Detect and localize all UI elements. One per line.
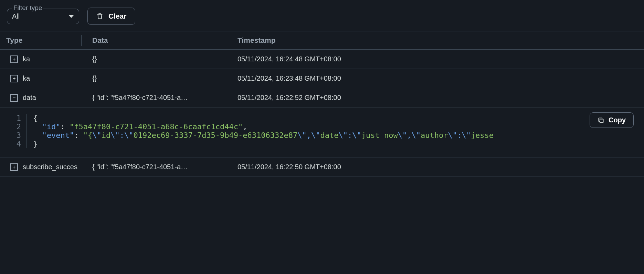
filter-type-select[interactable]: Filter type All: [7, 9, 79, 24]
code-token: "id": [42, 122, 61, 131]
line-number: 3: [0, 131, 27, 140]
code-token: {: [33, 114, 38, 122]
table-row: − data { "id": "f5a47f80-c721-4051-a… 05…: [0, 88, 644, 108]
row-timestamp: 05/11/2024, 16:24:48 GMT+08:00: [226, 55, 644, 63]
code-token: "f5a47f80-c721-4051-a68c-6caafc1cd44c": [70, 122, 243, 131]
code-token: just now: [361, 131, 398, 140]
svg-rect-0: [600, 119, 603, 122]
code-token: author: [421, 131, 448, 140]
code-token: \": [92, 131, 102, 140]
row-timestamp: 05/11/2024, 16:22:50 GMT+08:00: [226, 163, 644, 171]
toolbar: Filter type All Clear: [0, 0, 644, 31]
column-header-type[interactable]: Type: [0, 36, 81, 44]
code-token: id: [102, 131, 111, 140]
code-token: jesse: [471, 131, 494, 140]
row-type: data: [23, 94, 36, 102]
row-type: ka: [23, 55, 30, 63]
row-type: ka: [23, 74, 30, 82]
code-token: "event": [42, 131, 74, 140]
filter-type-label: Filter type: [12, 4, 43, 12]
column-header-data[interactable]: Data: [81, 36, 226, 44]
table-row: + ka {} 05/11/2024, 16:23:48 GMT+08:00: [0, 69, 644, 88]
row-data: { "id": "f5a47f80-c721-4051-a…: [81, 94, 226, 102]
copy-button[interactable]: Copy: [590, 112, 634, 128]
trash-icon: [96, 12, 104, 20]
code-token: \",\": [398, 131, 421, 140]
code-token: date: [320, 131, 339, 140]
row-timestamp: 05/11/2024, 16:23:48 GMT+08:00: [226, 74, 644, 82]
row-data: {}: [81, 55, 226, 63]
row-type: subscribe_succes: [23, 163, 77, 171]
chevron-down-icon: [68, 15, 74, 18]
code-token: \":\": [339, 131, 361, 140]
row-data: { "id": "f5a47f80-c721-4051-a…: [81, 163, 226, 171]
expand-icon[interactable]: +: [10, 75, 18, 82]
filter-type-value: All: [12, 12, 20, 20]
clear-button-label: Clear: [108, 12, 127, 20]
code-token: "{: [83, 131, 93, 140]
row-data: {}: [81, 74, 226, 82]
table-header: Type Data Timestamp: [0, 31, 644, 50]
column-header-timestamp[interactable]: Timestamp: [226, 36, 644, 44]
collapse-icon[interactable]: −: [10, 94, 18, 102]
clear-button[interactable]: Clear: [87, 8, 135, 25]
row-timestamp: 05/11/2024, 16:22:52 GMT+08:00: [226, 94, 644, 102]
expand-icon[interactable]: +: [10, 163, 18, 171]
table-row: + ka {} 05/11/2024, 16:24:48 GMT+08:00: [0, 50, 644, 69]
table-row: + subscribe_succes { "id": "f5a47f80-c72…: [0, 158, 644, 177]
code-token: \":\": [448, 131, 471, 140]
expanded-payload: Copy 1 { 2 "id": "f5a47f80-c721-4051-a68…: [0, 108, 644, 158]
code-token: }: [33, 140, 38, 148]
expand-icon[interactable]: +: [10, 55, 18, 63]
line-number: 4: [0, 140, 27, 148]
code-token: \",\": [297, 131, 320, 140]
line-number: 2: [0, 122, 27, 131]
code-token: \":\": [110, 131, 133, 140]
copy-icon: [598, 116, 604, 124]
code-token: 0192ec69-3337-7d35-9b49-e63106332e87: [133, 131, 297, 140]
line-number: 1: [0, 114, 27, 122]
copy-button-label: Copy: [609, 116, 626, 124]
